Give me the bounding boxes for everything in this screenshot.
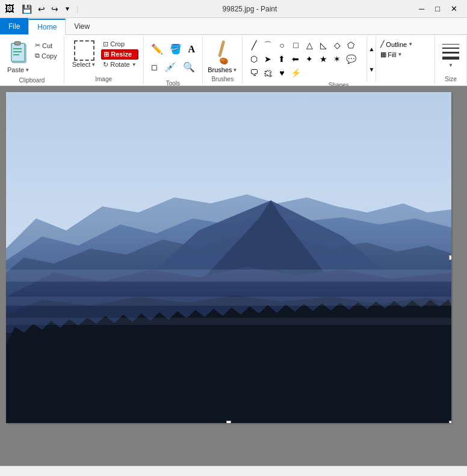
svg-rect-4 xyxy=(13,51,22,52)
shape-arrow-right[interactable]: ➤ xyxy=(261,52,274,66)
rotate-button[interactable]: ↻ Rotate ▼ xyxy=(101,60,138,69)
fill-icon: ▦ xyxy=(380,51,386,58)
size-label: Size xyxy=(445,76,456,84)
canvas-resize-handle[interactable] xyxy=(449,421,451,423)
shape-star6[interactable]: ✶ xyxy=(330,52,344,66)
tools-group: ✏️ 🪣 A ◻ 💉 🔍 Tools xyxy=(144,36,203,84)
shape-star5[interactable]: ★ xyxy=(317,52,330,66)
outline-button[interactable]: ╱ Outline ▼ xyxy=(379,40,415,49)
shape-diamond[interactable]: ◇ xyxy=(330,39,344,52)
shape-callout[interactable]: 💬 xyxy=(344,52,357,66)
tab-home[interactable]: Home xyxy=(28,19,66,35)
shape-lightning[interactable]: ⚡ xyxy=(289,66,302,79)
text-button[interactable]: A xyxy=(186,41,198,57)
app-icon: 🖼 xyxy=(5,4,14,14)
size-group-content: ▼ xyxy=(439,36,463,76)
shapes-scroll-up[interactable]: ▲ xyxy=(368,46,374,52)
select-dropdown-arrow: ▼ xyxy=(91,62,96,67)
paste-label: Paste xyxy=(7,66,24,73)
size-lines-container: ▼ xyxy=(440,40,462,72)
undo-button[interactable]: ↩ xyxy=(36,3,48,15)
ribbon: File Home View xyxy=(0,18,467,86)
shapes-inner: ╱ ⌒ ○ □ △ ◺ ◇ ⬠ ⬡ ➤ ⬆ ⬅ ✦ ★ ✶ 💬 🗨 xyxy=(246,36,431,82)
brushes-button[interactable]: Brushes ▼ xyxy=(208,39,237,73)
clipboard-group: Paste ▼ ✂ Cut ⧉ Copy Clipboard xyxy=(0,36,64,84)
paste-icon xyxy=(8,40,29,66)
cut-icon: ✂ xyxy=(35,42,40,49)
paste-button[interactable]: Paste ▼ xyxy=(5,39,32,75)
svg-rect-21 xyxy=(6,297,451,306)
cut-button[interactable]: ✂ Cut xyxy=(33,41,59,50)
app-icon-area: 🖼 xyxy=(5,4,14,14)
canvas-resize-right[interactable] xyxy=(449,255,451,260)
redo-button[interactable]: ↪ xyxy=(49,3,61,15)
close-button[interactable]: ✕ xyxy=(446,3,462,14)
shape-pentagon[interactable]: ⬠ xyxy=(344,39,357,52)
svg-rect-3 xyxy=(13,48,22,49)
canvas-inner xyxy=(6,92,451,423)
resize-button[interactable]: ⊞ Resize xyxy=(101,49,138,60)
shape-rectangle[interactable]: □ xyxy=(289,39,302,52)
window-controls[interactable]: ─ □ ✕ xyxy=(414,3,462,14)
shape-oval[interactable]: ○ xyxy=(275,39,288,52)
svg-rect-6 xyxy=(218,40,225,57)
shape-arrow-left[interactable]: ⬅ xyxy=(289,52,302,66)
eraser-button[interactable]: ◻ xyxy=(149,59,160,75)
status-bar xyxy=(0,466,467,476)
tab-file[interactable]: File xyxy=(0,18,28,34)
image-actions: ⊡ Crop ⊞ Resize ↻ Rotate ▼ xyxy=(101,40,138,69)
shape-triangle[interactable]: △ xyxy=(303,39,316,52)
brush-svg xyxy=(211,39,235,67)
select-button[interactable]: Select ▼ xyxy=(69,39,99,70)
tab-view[interactable]: View xyxy=(66,18,98,34)
size-group: ▼ Size xyxy=(435,36,467,84)
fill-button[interactable]: 🪣 xyxy=(167,41,184,57)
shapes-scroll-down[interactable]: ▼ xyxy=(368,66,374,73)
size-dropdown-arrow: ▼ xyxy=(448,63,453,68)
paste-dropdown-arrow: ▼ xyxy=(25,67,29,73)
copy-icon: ⧉ xyxy=(35,52,40,60)
outline-icon: ╱ xyxy=(380,40,385,48)
image-top-row: Select ▼ ⊡ Crop ⊞ Resize xyxy=(69,39,138,70)
size-line-2 xyxy=(442,48,459,49)
size-line-4 xyxy=(442,57,459,60)
rotate-icon: ↻ xyxy=(103,61,108,69)
shape-arrow-up[interactable]: ⬆ xyxy=(275,52,288,66)
rotate-dropdown-arrow: ▼ xyxy=(132,62,137,67)
pencil-button[interactable]: ✏️ xyxy=(149,41,165,57)
shape-curve[interactable]: ⌒ xyxy=(261,39,274,52)
shape-heart[interactable]: ♥ xyxy=(275,66,288,79)
crop-button[interactable]: ⊡ Crop xyxy=(101,40,138,49)
window-title: 99825.jpg - Paint xyxy=(85,5,414,13)
quick-access-toolbar[interactable]: 💾 ↩ ↪ ▼ | xyxy=(19,3,81,15)
magnifier-button[interactable]: 🔍 xyxy=(181,59,197,75)
maximize-button[interactable]: □ xyxy=(430,3,445,14)
customize-button[interactable]: ▼ xyxy=(62,4,73,13)
fill-shapes-button[interactable]: ▦ Fill ▼ xyxy=(379,50,415,59)
shape-cloud-callout[interactable]: 🗯 xyxy=(261,66,274,79)
clipboard-group-content: Paste ▼ ✂ Cut ⧉ Copy xyxy=(4,36,60,77)
size-line-1 xyxy=(442,44,459,45)
crop-icon: ⊡ xyxy=(103,40,108,48)
ribbon-content: Paste ▼ ✂ Cut ⧉ Copy Clipboard xyxy=(0,35,467,85)
shape-rightangle[interactable]: ◺ xyxy=(317,39,330,52)
resize-icon: ⊞ xyxy=(104,51,109,58)
image-group: Select ▼ ⊡ Crop ⊞ Resize xyxy=(64,36,144,84)
fill-dropdown-arrow: ▼ xyxy=(397,52,402,57)
brushes-label: Brushes xyxy=(208,66,232,73)
shape-star4[interactable]: ✦ xyxy=(303,52,316,66)
shape-hexagon[interactable]: ⬡ xyxy=(247,52,261,66)
minimize-button[interactable]: ─ xyxy=(414,3,429,14)
copy-button[interactable]: ⧉ Copy xyxy=(33,51,59,60)
save-button[interactable]: 💾 xyxy=(19,3,34,15)
shape-line[interactable]: ╱ xyxy=(247,39,261,52)
clipboard-actions: ✂ Cut ⧉ Copy xyxy=(33,41,59,60)
shape-oval-callout[interactable]: 🗨 xyxy=(247,66,261,79)
shapes-options: ╱ Outline ▼ ▦ Fill ▼ xyxy=(376,36,417,82)
shapes-scroll-col: ▲ ▼ xyxy=(366,36,376,82)
select-label: Select xyxy=(72,61,91,68)
color-picker-button[interactable]: 💉 xyxy=(162,59,179,75)
canvas-area[interactable] xyxy=(0,86,467,466)
canvas-resize-bottom[interactable] xyxy=(226,421,231,423)
brushes-group: Brushes ▼ Brushes xyxy=(203,36,243,84)
